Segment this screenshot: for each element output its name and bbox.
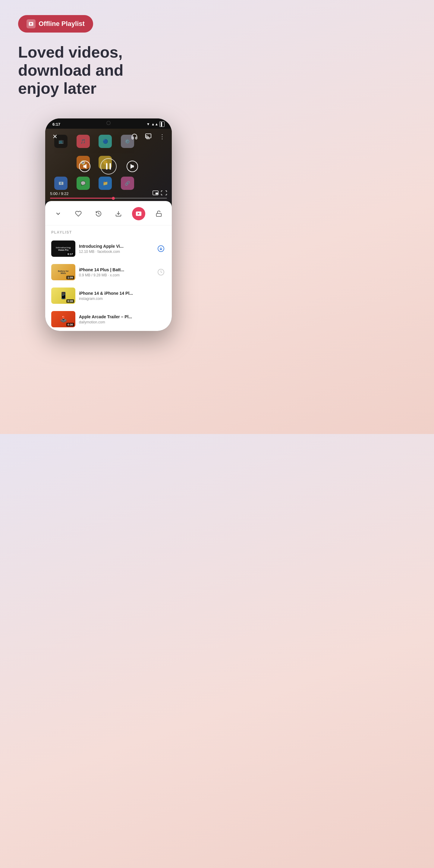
lock-button[interactable] bbox=[152, 207, 165, 220]
thumbnail-2: Battery for Miles 1:09 bbox=[51, 264, 75, 280]
duration-badge-1: 6:17 bbox=[66, 252, 74, 256]
svg-rect-11 bbox=[156, 193, 158, 194]
item-title-4: Apple Arcade Trailer – Pl... bbox=[79, 314, 153, 319]
header-section: Offline Playlist Loved videos, download … bbox=[0, 0, 217, 103]
item-info-3: iPhone 14 & iPhone 14 Pl... instagram.co… bbox=[79, 291, 153, 301]
rewind-button[interactable]: 10 bbox=[79, 160, 91, 173]
action-bar bbox=[45, 201, 172, 225]
status-time: 6:17 bbox=[53, 122, 60, 127]
battery-icon: ▌ bbox=[159, 121, 164, 127]
svg-rect-15 bbox=[156, 213, 161, 216]
player-bottom-bar: 5:00 / 9:22 bbox=[45, 188, 172, 201]
wifi-icon: ▼ bbox=[147, 122, 150, 126]
camera-cutout bbox=[106, 121, 111, 125]
playlist-item[interactable]: 🕹️ 0:30 Apple Arcade Trailer – Pl... dai… bbox=[48, 307, 169, 331]
headline: Loved videos, download and enjoy later bbox=[18, 43, 169, 97]
thumbnail-4: 🕹️ 0:30 bbox=[51, 311, 75, 327]
thumbnail-3: 📱 0:39 bbox=[51, 287, 75, 304]
item-meta-4: dailymotion.com bbox=[79, 320, 153, 324]
duration-badge-2: 1:09 bbox=[66, 276, 74, 279]
favorite-button[interactable] bbox=[72, 207, 85, 220]
status-icons: ▼ ▲▲ ▌ bbox=[147, 121, 164, 127]
download-status-1[interactable] bbox=[156, 244, 166, 253]
item-meta-3: instagram.com bbox=[79, 297, 153, 301]
download-status-3[interactable] bbox=[156, 291, 166, 301]
playlist-item[interactable]: 📱 0:39 iPhone 14 & iPhone 14 Pl... insta… bbox=[48, 284, 169, 307]
duration-badge-3: 0:39 bbox=[66, 299, 74, 303]
playback-time: 5:00 / 9:22 bbox=[50, 191, 68, 196]
status-bar: 6:17 ▼ ▲▲ ▌ bbox=[45, 119, 172, 129]
video-player[interactable]: 📺 🎵 🔵 ⚙️ 🧭 🟡 📧 💬 📁 🔗 bbox=[45, 129, 172, 201]
item-info-4: Apple Arcade Trailer – Pl... dailymotion… bbox=[79, 314, 153, 324]
close-button[interactable]: ✕ bbox=[50, 132, 60, 141]
collapse-button[interactable] bbox=[52, 207, 65, 220]
item-meta-1: 12.10 MB · facebook.com bbox=[79, 250, 153, 254]
fullscreen-button[interactable] bbox=[161, 190, 167, 196]
player-top-right: ⋮ bbox=[130, 132, 167, 141]
item-info-1: Introducing Apple Vi... 12.10 MB · faceb… bbox=[79, 244, 153, 254]
playlist-items: Introducing Vision Pro 6:17 Introducing … bbox=[45, 237, 172, 331]
thumbnail-1: Introducing Vision Pro 6:17 bbox=[51, 241, 75, 257]
download-status-4[interactable] bbox=[156, 314, 166, 324]
playlist-item[interactable]: Introducing Vision Pro 6:17 Introducing … bbox=[48, 237, 169, 260]
badge-icon bbox=[27, 19, 36, 28]
svg-rect-7 bbox=[110, 163, 111, 169]
download-button[interactable] bbox=[112, 207, 125, 220]
playlist-button[interactable] bbox=[132, 207, 145, 220]
pip-button[interactable] bbox=[153, 190, 158, 196]
item-title-1: Introducing Apple Vi... bbox=[79, 244, 153, 249]
phone-mockup: 6:17 ▼ ▲▲ ▌ 📺 🎵 🔵 ⚙️ 🧭 🟡 bbox=[0, 119, 217, 343]
item-info-2: iPhone 14 Plus | Batt... 0.9 MB / 9.28 M… bbox=[79, 267, 153, 277]
player-center-controls: 10 10 bbox=[45, 144, 172, 188]
badge-label: Offline Playlist bbox=[38, 20, 85, 28]
playlist-item[interactable]: Battery for Miles 1:09 iPhone 14 Plus | … bbox=[48, 260, 169, 284]
bottom-panel: PLAYLIST Introducing Vision Pro 6:17 bbox=[45, 201, 172, 331]
forward-button[interactable]: 10 bbox=[126, 160, 138, 173]
item-title-2: iPhone 14 Plus | Batt... bbox=[79, 267, 153, 272]
svg-rect-2 bbox=[29, 25, 33, 26]
phone-frame: 6:17 ▼ ▲▲ ▌ 📺 🎵 🔵 ⚙️ 🧭 🟡 bbox=[45, 119, 172, 331]
playlist-section-label: PLAYLIST bbox=[45, 225, 172, 237]
download-status-2[interactable] bbox=[156, 267, 166, 277]
offline-playlist-badge[interactable]: Offline Playlist bbox=[18, 15, 93, 33]
headphone-icon[interactable] bbox=[130, 132, 139, 141]
player-top-left: ✕ bbox=[50, 132, 60, 141]
cast-icon[interactable] bbox=[144, 132, 153, 141]
progress-dot bbox=[112, 197, 115, 200]
progress-fill bbox=[50, 198, 113, 198]
duration-badge-4: 0:30 bbox=[66, 323, 74, 327]
player-top-bar: ✕ bbox=[45, 129, 172, 144]
signal-bars: ▲▲ bbox=[151, 122, 158, 126]
time-row: 5:00 / 9:22 bbox=[50, 190, 167, 196]
item-meta-2: 0.9 MB / 9.28 MB · x.com bbox=[79, 273, 153, 277]
player-controls: ✕ bbox=[45, 129, 172, 201]
progress-bar[interactable] bbox=[50, 198, 167, 198]
history-button[interactable] bbox=[92, 207, 105, 220]
more-options-icon[interactable]: ⋮ bbox=[157, 132, 167, 141]
svg-rect-6 bbox=[106, 163, 107, 169]
pip-controls bbox=[153, 190, 167, 196]
pause-button[interactable] bbox=[100, 158, 117, 175]
item-title-3: iPhone 14 & iPhone 14 Pl... bbox=[79, 291, 153, 296]
